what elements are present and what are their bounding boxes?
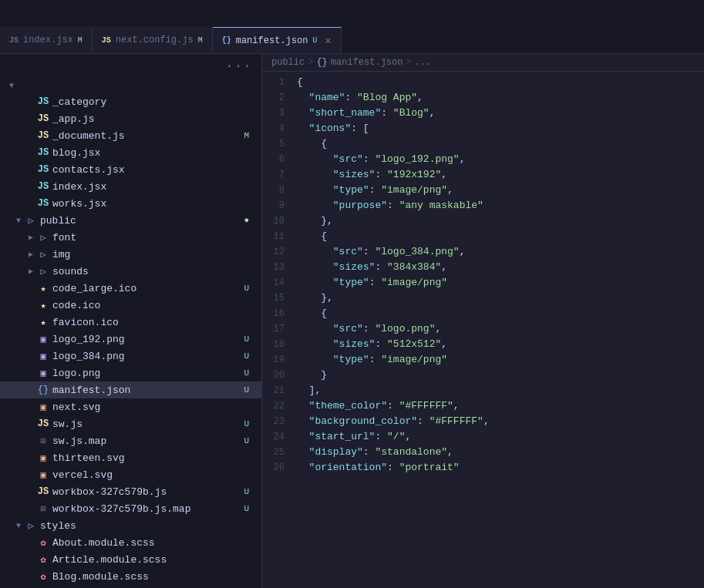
tree-item-blog-module-scss[interactable]: ✿Blog.module.scss bbox=[0, 568, 261, 585]
badge-logo-png: U bbox=[244, 368, 255, 378]
tab-close-manifest-json[interactable]: ✕ bbox=[325, 35, 331, 46]
line-content-14: "type": "image/png" bbox=[297, 275, 704, 291]
code-line-15: 15 }, bbox=[262, 291, 704, 306]
file-name-sw-js: sw.js bbox=[52, 418, 244, 430]
tab-manifest-json[interactable]: {} manifest.json U ✕ bbox=[213, 27, 342, 53]
code-line-8: 8 "type": "image/png", bbox=[262, 183, 704, 198]
tab-bar: JS index.jsx M JS next.config.js M {} ma… bbox=[0, 27, 704, 54]
tree-item-logo-192-png[interactable]: ▣logo_192.pngU bbox=[0, 331, 261, 348]
file-name-app-js: _app.js bbox=[52, 113, 255, 125]
tree-item-index-jsx[interactable]: JSindex.jsx bbox=[0, 178, 261, 195]
line-number-13: 13 bbox=[262, 260, 297, 275]
tree-item-contacts-jsx[interactable]: JScontacts.jsx bbox=[0, 161, 261, 178]
line-content-7: "sizes": "192x192", bbox=[297, 167, 704, 183]
root-folder[interactable]: ▼ bbox=[0, 79, 261, 93]
tab-next-config[interactable]: JS next.config.js M bbox=[93, 27, 213, 53]
line-number-23: 23 bbox=[262, 414, 297, 429]
line-number-18: 18 bbox=[262, 337, 297, 352]
file-name-contacts-jsx: contacts.jsx bbox=[52, 164, 255, 176]
tree-item-workbox-js[interactable]: JSworkbox-327c579b.jsU bbox=[0, 483, 261, 500]
tab-badge-next-config: M bbox=[198, 36, 203, 45]
file-tree: JS_categoryJS_app.jsJS_document.jsMJSblo… bbox=[0, 93, 261, 588]
file-name-workbox-js-map: workbox-327c579b.js.map bbox=[52, 503, 244, 515]
tree-item-font[interactable]: ▶▷font bbox=[0, 229, 261, 246]
badge-document-js: M bbox=[244, 131, 255, 140]
tab-icon-jsx: JS bbox=[9, 36, 19, 45]
tree-item-next-svg[interactable]: ▣next.svg bbox=[0, 398, 261, 415]
tree-item-manifest-json[interactable]: {}manifest.jsonU bbox=[0, 381, 261, 398]
line-content-2: "name": "Blog App", bbox=[297, 90, 704, 106]
tree-item-code-ico[interactable]: ★code.ico bbox=[0, 297, 261, 314]
tree-item-logo-384-png[interactable]: ▣logo_384.pngU bbox=[0, 348, 261, 365]
file-name-article-module-scss: Article.module.scss bbox=[52, 554, 255, 566]
tree-item-styles[interactable]: ▼▷styles bbox=[0, 517, 261, 534]
file-icon-folder: ▷ bbox=[25, 520, 37, 532]
tree-item-sw-js[interactable]: JSsw.jsU bbox=[0, 415, 261, 432]
explorer-dots[interactable]: ··· bbox=[225, 59, 252, 74]
tree-item-public[interactable]: ▼▷public● bbox=[0, 212, 261, 229]
tree-item-workbox-js-map[interactable]: ⊞workbox-327c579b.js.mapU bbox=[0, 500, 261, 517]
tree-item-category[interactable]: JS_category bbox=[0, 93, 261, 110]
tree-item-article-module-scss[interactable]: ✿Article.module.scss bbox=[0, 551, 261, 568]
code-line-22: 22 "theme_color": "#FFFFFF", bbox=[262, 398, 704, 414]
tree-item-sw-js-map[interactable]: ⊞sw.js.mapU bbox=[0, 432, 261, 449]
content-area: public > {} manifest.json > ... 1{2 "nam… bbox=[262, 54, 704, 588]
tree-item-document-js[interactable]: JS_document.jsM bbox=[0, 127, 261, 144]
code-line-6: 6 "src": "logo_192.png", bbox=[262, 152, 704, 167]
line-number-12: 12 bbox=[262, 244, 297, 260]
file-icon-jsx: JS bbox=[37, 181, 49, 192]
file-icon-js: JS bbox=[37, 113, 49, 124]
folder-arrow: ▶ bbox=[25, 233, 37, 242]
file-icon-png: ▣ bbox=[37, 351, 49, 362]
line-content-25: "display": "standalone", bbox=[297, 445, 704, 460]
file-icon-jsx: JS bbox=[37, 147, 49, 158]
file-icon-ico: ★ bbox=[37, 317, 49, 328]
code-line-4: 4 "icons": [ bbox=[262, 121, 704, 136]
line-content-23: "background_color": "#FFFFFF", bbox=[297, 414, 704, 429]
line-number-22: 22 bbox=[262, 398, 297, 414]
line-number-19: 19 bbox=[262, 352, 297, 368]
sidebar: ··· ▼ JS_categoryJS_app.jsJS_document.js… bbox=[0, 54, 262, 588]
tree-item-blog-jsx[interactable]: JSblog.jsx bbox=[0, 144, 261, 161]
file-name-document-js: _document.js bbox=[52, 130, 244, 142]
line-content-18: "sizes": "512x512", bbox=[297, 337, 704, 352]
file-name-public: public bbox=[40, 215, 244, 227]
tree-item-about-module-scss[interactable]: ✿About.module.scss bbox=[0, 534, 261, 551]
tree-item-sounds[interactable]: ▶▷sounds bbox=[0, 263, 261, 280]
tree-item-favicon-ico[interactable]: ★favicon.ico bbox=[0, 314, 261, 331]
code-line-10: 10 }, bbox=[262, 213, 704, 229]
code-container: 1{2 "name": "Blog App",3 "short_name": "… bbox=[262, 72, 704, 479]
file-name-favicon-ico: favicon.ico bbox=[52, 317, 255, 328]
tree-item-logo-png[interactable]: ▣logo.pngU bbox=[0, 365, 261, 381]
line-content-24: "start_url": "/", bbox=[297, 429, 704, 445]
line-number-4: 4 bbox=[262, 121, 297, 136]
line-number-14: 14 bbox=[262, 275, 297, 291]
file-name-code-large-ico: code_large.ico bbox=[52, 283, 244, 294]
file-icon-folder: ▷ bbox=[37, 266, 49, 277]
line-content-4: "icons": [ bbox=[297, 121, 704, 136]
file-icon-ico: ★ bbox=[37, 300, 49, 311]
tree-item-works-jsx[interactable]: JSworks.jsx bbox=[0, 195, 261, 212]
file-name-blog-jsx: blog.jsx bbox=[52, 147, 255, 159]
line-number-16: 16 bbox=[262, 306, 297, 321]
tree-item-app-js[interactable]: JS_app.js bbox=[0, 110, 261, 127]
line-number-26: 26 bbox=[262, 460, 297, 475]
code-line-23: 23 "background_color": "#FFFFFF", bbox=[262, 414, 704, 429]
file-name-works-jsx: works.jsx bbox=[52, 198, 255, 210]
file-icon-json: {} bbox=[37, 385, 49, 395]
tab-index-jsx[interactable]: JS index.jsx M bbox=[0, 27, 93, 53]
breadcrumb-sep1: > bbox=[308, 57, 313, 68]
tree-item-vercel-svg[interactable]: ▣vercel.svg bbox=[0, 466, 261, 483]
tree-item-category-module-scss[interactable]: ✿Category.module.scss bbox=[0, 585, 261, 588]
file-icon-jsx: JS bbox=[37, 198, 49, 209]
tab-icon-json: {} bbox=[222, 36, 231, 45]
file-icon-svg: ▣ bbox=[37, 402, 49, 413]
title-bar bbox=[0, 0, 704, 27]
tree-item-img[interactable]: ▶▷img bbox=[0, 246, 261, 263]
code-line-16: 16 { bbox=[262, 306, 704, 321]
line-content-3: "short_name": "Blog", bbox=[297, 106, 704, 121]
tree-item-code-large-ico[interactable]: ★code_large.icoU bbox=[0, 280, 261, 297]
tree-item-thirteen-svg[interactable]: ▣thirteen.svg bbox=[0, 449, 261, 466]
folder-arrow: ▶ bbox=[25, 250, 37, 259]
root-arrow: ▼ bbox=[9, 82, 15, 90]
